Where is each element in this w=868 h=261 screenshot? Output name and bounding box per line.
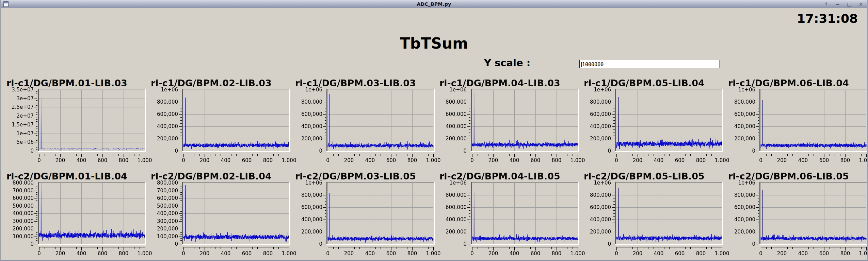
y-tick-label: 1e+06 <box>294 87 322 93</box>
y-tick-label: 400,000 <box>149 123 178 129</box>
y-tick-label: 0 <box>727 148 755 154</box>
y-tick-label: 800,000 <box>727 192 755 198</box>
y-tick-label: 3.5e+07 <box>5 87 34 93</box>
chart-panel: ri-c1/DG/BPM.03-LIB.03 1e+06800,000600,0… <box>290 78 435 165</box>
chart-panel: ri-c1/DG/BPM.06-LIB.04 1e+06800,000600,0… <box>723 78 868 165</box>
chart-panel: ri-c2/DG/BPM.04-LIB.05 1e+06800,000600,0… <box>435 171 579 258</box>
y-tick-label: 600,000 <box>5 195 34 201</box>
y-tick-label: 100,000 <box>149 233 178 240</box>
y-tick-label: 1e+06 <box>149 87 178 93</box>
chart-panel: ri-c1/DG/BPM.01-LIB.03 3.5e+073e+072.5e+… <box>2 78 146 165</box>
y-tick-label: 0 <box>5 148 34 154</box>
x-tick-label: 1.000 <box>853 250 868 257</box>
y-tick-label: 800,000 <box>294 192 322 198</box>
y-tick-label: 2.5e+07 <box>5 104 34 110</box>
chart-area: 800,000700,000600,000500,000400,000300,0… <box>5 182 147 258</box>
y-tick-label: 1e+06 <box>582 180 611 186</box>
y-tick-label: 800,000 <box>438 99 467 105</box>
y-tick-label: 100,000 <box>5 233 34 240</box>
x-tick-label: 1.000 <box>853 157 868 163</box>
y-tick-label: 200,000 <box>727 136 755 142</box>
y-tick-label: 0 <box>438 148 467 154</box>
y-tick-label: 600,000 <box>438 111 467 117</box>
y-tick-label: 600,000 <box>294 111 322 117</box>
y-tick-label: 3e+07 <box>5 95 34 102</box>
window-menu-icon[interactable] <box>3 1 9 7</box>
charts-grid: ri-c1/DG/BPM.01-LIB.03 3.5e+073e+072.5e+… <box>2 78 868 258</box>
y-tick-label: 400,000 <box>5 210 34 216</box>
chart-area: 1e+06800,000600,000400,000200,0000020040… <box>727 89 868 164</box>
clock-display: 17:31:08 <box>797 12 858 25</box>
chart-area: 800,000700,000600,000500,000400,000300,0… <box>149 182 292 258</box>
shade-button[interactable]: ↑ <box>823 1 829 8</box>
chart-area: 1e+06800,000600,000400,000200,0000020040… <box>582 89 725 164</box>
y-tick-label: 800,000 <box>582 192 611 198</box>
y-tick-label: 0 <box>294 148 322 154</box>
y-tick-label: 600,000 <box>727 204 755 210</box>
y-tick-label: 700,000 <box>149 188 178 194</box>
y-tick-label: 200,000 <box>149 136 178 142</box>
chart-area: 1e+06800,000600,000400,000200,0000020040… <box>294 182 436 258</box>
chart-area: 1e+06800,000600,000400,000200,0000020040… <box>438 182 580 258</box>
y-tick-label: 800,000 <box>149 180 178 186</box>
window-titlebar[interactable]: ADC_BPM.py ↑ − □ × <box>1 0 867 8</box>
chart-area: 1e+06800,000600,000400,000200,0000020040… <box>438 89 580 164</box>
chart-panel: ri-c1/DG/BPM.04-LIB.03 1e+06800,000600,0… <box>435 78 579 165</box>
y-tick-label: 400,000 <box>294 123 322 129</box>
y-tick-label: 200,000 <box>149 226 178 232</box>
y-tick-label: 0 <box>727 241 755 247</box>
y-scale-input[interactable]: 1000000 <box>579 60 720 68</box>
y-tick-label: 0 <box>582 148 611 154</box>
y-tick-label: 400,000 <box>727 216 755 223</box>
y-tick-label: 200,000 <box>727 229 755 235</box>
y-tick-label: 200,000 <box>438 229 467 235</box>
chart-panel: ri-c2/DG/BPM.06-LIB.05 1e+06800,000600,0… <box>723 171 868 258</box>
y-tick-label: 300,000 <box>149 218 178 224</box>
window-buttons: ↑ − □ × <box>823 0 864 8</box>
y-tick-label: 0 <box>294 241 322 247</box>
y-tick-label: 5e+06 <box>5 139 34 145</box>
y-tick-label: 800,000 <box>149 99 178 105</box>
y-tick-label: 1.5e+07 <box>5 122 34 128</box>
chart-area: 1e+06800,000600,000400,000200,0000020040… <box>294 89 436 164</box>
y-tick-label: 800,000 <box>294 99 322 105</box>
y-tick-label: 0 <box>582 241 611 247</box>
application-window: { "window": { "title": "ADC_BPM.py", "bu… <box>0 0 868 261</box>
chart-panel: ri-c1/DG/BPM.05-LIB.04 1e+06800,000600,0… <box>579 78 723 165</box>
maximize-button[interactable]: □ <box>846 1 852 8</box>
chart-panel: ri-c2/DG/BPM.01-LIB.04 800,000700,000600… <box>2 171 146 258</box>
window-title: ADC_BPM.py <box>417 1 451 7</box>
y-tick-label: 0 <box>149 148 178 154</box>
y-tick-label: 400,000 <box>727 123 755 129</box>
y-tick-label: 400,000 <box>438 123 467 129</box>
y-tick-label: 2e+07 <box>5 113 34 119</box>
y-tick-label: 200,000 <box>582 136 611 142</box>
chart-panel: ri-c1/DG/BPM.02-LIB.03 1e+06800,000600,0… <box>146 78 290 165</box>
y-tick-label: 1e+06 <box>582 87 611 93</box>
y-tick-label: 600,000 <box>149 111 178 117</box>
minimize-button[interactable]: − <box>835 1 841 8</box>
y-tick-label: 800,000 <box>5 180 34 186</box>
y-tick-label: 0 <box>438 241 467 247</box>
y-tick-label: 200,000 <box>5 226 34 232</box>
y-tick-label: 200,000 <box>438 136 467 142</box>
y-tick-label: 500,000 <box>5 203 34 209</box>
y-tick-label: 600,000 <box>582 204 611 210</box>
y-tick-label: 200,000 <box>294 229 322 235</box>
y-tick-label: 200,000 <box>294 136 322 142</box>
y-tick-label: 700,000 <box>5 188 34 194</box>
y-tick-label: 400,000 <box>582 216 611 223</box>
y-tick-label: 600,000 <box>294 204 322 210</box>
y-tick-label: 600,000 <box>582 111 611 117</box>
y-tick-label: 800,000 <box>438 192 467 198</box>
close-button[interactable]: × <box>858 1 864 8</box>
chart-area: 1e+06800,000600,000400,000200,0000020040… <box>582 182 725 258</box>
y-tick-label: 1e+06 <box>727 180 755 186</box>
y-tick-label: 200,000 <box>582 229 611 235</box>
y-scale-value: 1000000 <box>582 62 604 68</box>
y-scale-label: Y scale : <box>484 57 530 69</box>
y-tick-label: 1e+06 <box>438 87 467 93</box>
y-tick-label: 400,000 <box>582 123 611 129</box>
y-tick-label: 1e+06 <box>438 180 467 186</box>
y-tick-label: 600,000 <box>438 204 467 210</box>
